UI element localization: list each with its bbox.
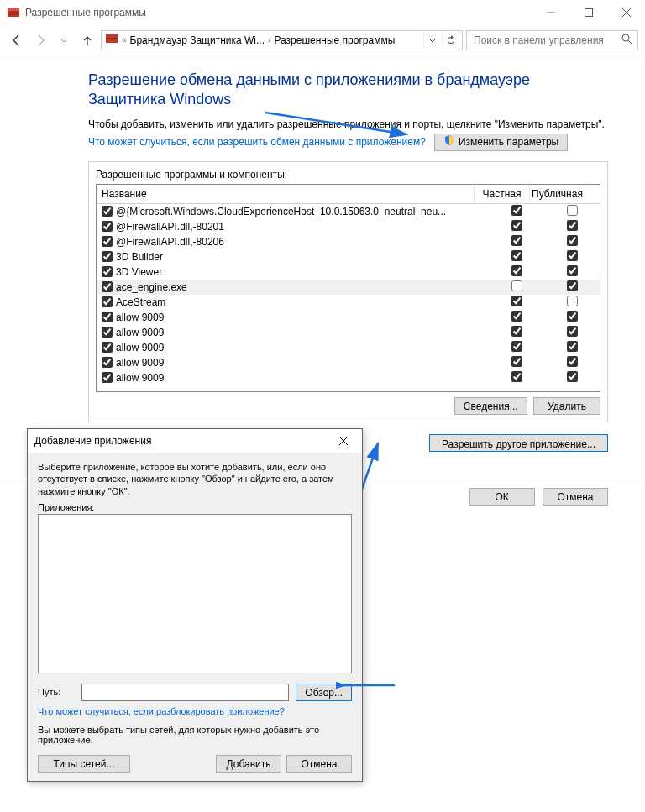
- col-name[interactable]: Название: [97, 185, 475, 203]
- row-name: ace_engine.exe: [116, 281, 187, 293]
- svg-rect-3: [8, 14, 19, 15]
- public-checkbox[interactable]: [567, 265, 578, 276]
- up-button[interactable]: [77, 30, 97, 50]
- row-enable-checkbox[interactable]: [102, 266, 113, 277]
- table-row[interactable]: allow 9009: [97, 355, 600, 370]
- public-checkbox[interactable]: [567, 326, 578, 337]
- delete-button[interactable]: Удалить: [533, 397, 600, 415]
- cancel-button[interactable]: Отмена: [543, 488, 608, 506]
- forward-button[interactable]: [30, 30, 50, 50]
- window-title: Разрешенные программы: [25, 7, 532, 18]
- row-name: allow 9009: [116, 357, 164, 369]
- add-app-dialog: Добавление приложения Выберите приложени…: [27, 428, 363, 514]
- search-box[interactable]: [466, 30, 638, 50]
- row-enable-checkbox[interactable]: [102, 206, 113, 217]
- row-name: AceStream: [116, 296, 165, 308]
- allowed-list: Название Частная Публичная @{Microsoft.W…: [96, 184, 600, 392]
- row-enable-checkbox[interactable]: [102, 342, 113, 353]
- row-enable-checkbox[interactable]: [102, 251, 113, 262]
- row-enable-checkbox[interactable]: [102, 236, 113, 247]
- table-row[interactable]: allow 9009: [97, 325, 600, 340]
- row-name: allow 9009: [116, 372, 164, 384]
- list-header: Название Частная Публичная: [97, 185, 600, 204]
- row-enable-checkbox[interactable]: [102, 221, 113, 232]
- row-enable-checkbox[interactable]: [102, 327, 113, 338]
- public-checkbox[interactable]: [567, 235, 578, 246]
- search-icon: [621, 34, 632, 47]
- col-private[interactable]: Частная: [475, 185, 530, 203]
- dialog-close-button[interactable]: [332, 429, 355, 453]
- close-button[interactable]: [607, 0, 645, 25]
- minimize-button[interactable]: [532, 0, 569, 25]
- address-dropdown[interactable]: [423, 32, 440, 49]
- public-checkbox[interactable]: [567, 280, 578, 291]
- svg-rect-5: [585, 9, 592, 17]
- back-button[interactable]: [7, 30, 27, 50]
- recent-dropdown[interactable]: [54, 30, 74, 50]
- row-name: allow 9009: [116, 327, 164, 338]
- group-label: Разрешенные программы и компоненты:: [96, 169, 600, 181]
- table-row[interactable]: 3D Viewer: [97, 265, 600, 280]
- breadcrumb-item[interactable]: Разрешенные программы: [274, 34, 395, 46]
- row-name: 3D Builder: [116, 251, 163, 263]
- col-public[interactable]: Публичная: [530, 185, 585, 203]
- nav-toolbar: « Брандмауэр Защитника Wi... › Разрешенн…: [0, 25, 645, 55]
- details-button[interactable]: Сведения...: [454, 397, 527, 415]
- row-enable-checkbox[interactable]: [102, 357, 113, 368]
- breadcrumb-item[interactable]: Брандмауэр Защитника Wi...: [130, 34, 265, 46]
- private-checkbox[interactable]: [511, 235, 522, 246]
- header-scroll-gap: [585, 185, 600, 203]
- public-checkbox[interactable]: [567, 311, 578, 322]
- dialog-titlebar: Добавление приложения: [28, 429, 362, 453]
- address-bar[interactable]: « Брандмауэр Защитника Wi... › Разрешенн…: [101, 30, 463, 50]
- private-checkbox[interactable]: [511, 341, 522, 352]
- public-checkbox[interactable]: [567, 296, 578, 306]
- row-enable-checkbox[interactable]: [102, 296, 113, 307]
- allow-other-button[interactable]: Разрешить другое приложение...: [429, 434, 608, 452]
- row-name: 3D Viewer: [116, 266, 162, 278]
- row-enable-checkbox[interactable]: [102, 372, 113, 383]
- private-checkbox[interactable]: [511, 280, 522, 291]
- search-input[interactable]: [472, 34, 618, 47]
- table-row[interactable]: @FirewallAPI.dll,-80206: [97, 234, 600, 249]
- public-checkbox[interactable]: [567, 341, 578, 352]
- ok-button[interactable]: ОК: [469, 488, 535, 506]
- public-checkbox[interactable]: [567, 220, 578, 231]
- row-name: allow 9009: [116, 312, 164, 323]
- dialog-title: Добавление приложения: [34, 435, 332, 447]
- private-checkbox[interactable]: [511, 250, 522, 261]
- list-body[interactable]: @{Microsoft.Windows.CloudExperienceHost_…: [97, 204, 600, 391]
- private-checkbox[interactable]: [511, 220, 522, 231]
- table-row[interactable]: allow 9009: [97, 370, 600, 385]
- public-checkbox[interactable]: [567, 250, 578, 261]
- private-checkbox[interactable]: [511, 356, 522, 367]
- private-checkbox[interactable]: [511, 311, 522, 322]
- private-checkbox[interactable]: [511, 265, 522, 276]
- svg-line-11: [628, 40, 632, 44]
- risk-link[interactable]: Что может случиться, если разрешить обме…: [88, 136, 426, 148]
- private-checkbox[interactable]: [511, 326, 522, 337]
- row-name: @FirewallAPI.dll,-80206: [116, 236, 224, 248]
- svg-rect-1: [8, 8, 19, 11]
- private-checkbox[interactable]: [511, 371, 522, 382]
- shield-icon: [443, 134, 455, 150]
- public-checkbox[interactable]: [567, 371, 578, 382]
- row-enable-checkbox[interactable]: [102, 281, 113, 292]
- svg-rect-2: [8, 12, 19, 13]
- table-row[interactable]: @{Microsoft.Windows.CloudExperienceHost_…: [97, 204, 600, 219]
- dialog-instruction: Выберите приложение, которое вы хотите д…: [38, 461, 352, 497]
- change-settings-button[interactable]: Изменить параметры: [434, 134, 568, 151]
- private-checkbox[interactable]: [511, 296, 522, 306]
- table-row[interactable]: 3D Builder: [97, 249, 600, 265]
- private-checkbox[interactable]: [511, 205, 522, 216]
- table-row[interactable]: AceStream: [97, 295, 600, 310]
- table-row[interactable]: allow 9009: [97, 340, 600, 355]
- row-enable-checkbox[interactable]: [102, 312, 113, 322]
- table-row[interactable]: @FirewallAPI.dll,-80201: [97, 219, 600, 234]
- public-checkbox[interactable]: [567, 356, 578, 367]
- refresh-button[interactable]: [442, 32, 459, 49]
- table-row[interactable]: allow 9009: [97, 310, 600, 325]
- public-checkbox[interactable]: [567, 205, 578, 216]
- table-row[interactable]: ace_engine.exe: [97, 280, 600, 295]
- maximize-button[interactable]: [569, 0, 607, 25]
